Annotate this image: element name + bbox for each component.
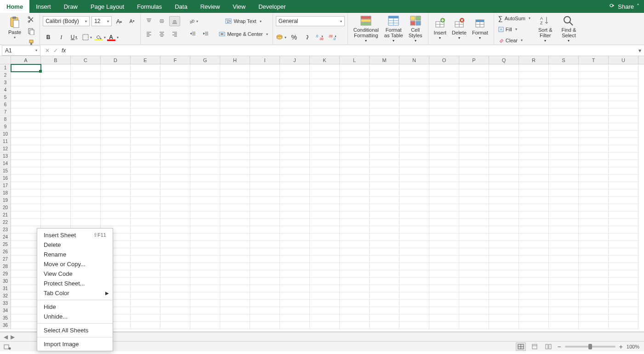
- cell[interactable]: [519, 182, 549, 189]
- find-select-button[interactable]: Find & Select▾: [559, 14, 579, 44]
- cell[interactable]: [310, 116, 340, 123]
- cell[interactable]: [160, 241, 190, 248]
- cell[interactable]: [370, 175, 399, 182]
- cell[interactable]: [370, 248, 399, 256]
- increase-decimal-button[interactable]: .0.00: [314, 32, 325, 42]
- cell[interactable]: [549, 72, 579, 79]
- cell[interactable]: [41, 204, 71, 211]
- cell[interactable]: [489, 189, 519, 197]
- column-header[interactable]: C: [71, 56, 101, 64]
- cell[interactable]: [459, 72, 489, 79]
- cell[interactable]: [101, 145, 131, 153]
- row-header[interactable]: 6: [0, 101, 11, 108]
- cell[interactable]: [190, 79, 220, 86]
- cell[interactable]: [370, 241, 399, 248]
- cell[interactable]: [489, 300, 519, 307]
- cell[interactable]: [160, 145, 190, 153]
- cell[interactable]: [459, 256, 489, 263]
- cell[interactable]: [609, 226, 638, 234]
- cell[interactable]: [160, 219, 190, 226]
- cell[interactable]: [609, 314, 638, 322]
- cell[interactable]: [11, 101, 41, 108]
- column-header[interactable]: S: [549, 56, 579, 64]
- cell[interactable]: [71, 204, 101, 211]
- cell[interactable]: [489, 226, 519, 234]
- cell[interactable]: [280, 300, 310, 307]
- cell[interactable]: [280, 241, 310, 248]
- cell[interactable]: [11, 211, 41, 219]
- cell[interactable]: [41, 197, 71, 204]
- cell[interactable]: [549, 123, 579, 131]
- cell[interactable]: [429, 226, 459, 234]
- cell[interactable]: [340, 138, 370, 145]
- row-header[interactable]: 25: [0, 241, 11, 248]
- font-size-select[interactable]: 12▾: [91, 16, 112, 26]
- cell[interactable]: [489, 116, 519, 123]
- cell[interactable]: [310, 101, 340, 108]
- cell[interactable]: [549, 197, 579, 204]
- cell[interactable]: [280, 72, 310, 79]
- cell[interactable]: [190, 131, 220, 138]
- cell[interactable]: [519, 300, 549, 307]
- cell[interactable]: [370, 182, 399, 189]
- cell[interactable]: [131, 314, 160, 322]
- cell[interactable]: [579, 226, 609, 234]
- cell[interactable]: [609, 248, 638, 256]
- cell[interactable]: [310, 108, 340, 116]
- cell[interactable]: [280, 64, 310, 72]
- cell[interactable]: [220, 175, 250, 182]
- cell[interactable]: [549, 322, 579, 329]
- cell[interactable]: [131, 94, 160, 101]
- cell[interactable]: [11, 204, 41, 211]
- cell[interactable]: [11, 131, 41, 138]
- cell[interactable]: [220, 219, 250, 226]
- cell[interactable]: [489, 241, 519, 248]
- cell[interactable]: [220, 322, 250, 329]
- cell[interactable]: [519, 101, 549, 108]
- cell[interactable]: [579, 314, 609, 322]
- macro-record-icon[interactable]: [0, 343, 11, 350]
- cell[interactable]: [101, 116, 131, 123]
- cell[interactable]: [190, 219, 220, 226]
- cell[interactable]: [71, 211, 101, 219]
- cell[interactable]: [489, 322, 519, 329]
- cell[interactable]: [11, 138, 41, 145]
- cell[interactable]: [519, 131, 549, 138]
- cell[interactable]: [220, 256, 250, 263]
- cell[interactable]: [549, 86, 579, 94]
- cell[interactable]: [131, 123, 160, 131]
- context-menu-item-protect-sheet[interactable]: Protect Sheet...: [37, 279, 113, 288]
- cell[interactable]: [310, 234, 340, 241]
- cell[interactable]: [11, 219, 41, 226]
- cell[interactable]: [190, 300, 220, 307]
- cell[interactable]: [41, 153, 71, 160]
- cell[interactable]: [280, 175, 310, 182]
- cell[interactable]: [429, 204, 459, 211]
- cell[interactable]: [370, 307, 399, 314]
- cell[interactable]: [340, 175, 370, 182]
- cell[interactable]: [71, 86, 101, 94]
- cell[interactable]: [549, 131, 579, 138]
- cell[interactable]: [399, 108, 429, 116]
- column-header[interactable]: K: [310, 56, 340, 64]
- cell[interactable]: [489, 108, 519, 116]
- cell[interactable]: [101, 167, 131, 175]
- cell[interactable]: [429, 138, 459, 145]
- cell[interactable]: [399, 160, 429, 167]
- cell[interactable]: [370, 314, 399, 322]
- cell[interactable]: [71, 94, 101, 101]
- cell[interactable]: [190, 175, 220, 182]
- font-color-button[interactable]: A: [107, 32, 118, 42]
- cell[interactable]: [549, 204, 579, 211]
- sort-filter-button[interactable]: AZ Sort & Filter▾: [536, 14, 555, 44]
- cell[interactable]: [519, 241, 549, 248]
- column-header[interactable]: I: [250, 56, 280, 64]
- expand-formula-bar-icon[interactable]: ▾: [636, 47, 644, 54]
- tab-draw[interactable]: Draw: [57, 0, 84, 13]
- cell[interactable]: [280, 138, 310, 145]
- cell[interactable]: [131, 219, 160, 226]
- cell[interactable]: [131, 248, 160, 256]
- fill-color-button[interactable]: [94, 32, 105, 42]
- cell[interactable]: [459, 219, 489, 226]
- cell[interactable]: [220, 226, 250, 234]
